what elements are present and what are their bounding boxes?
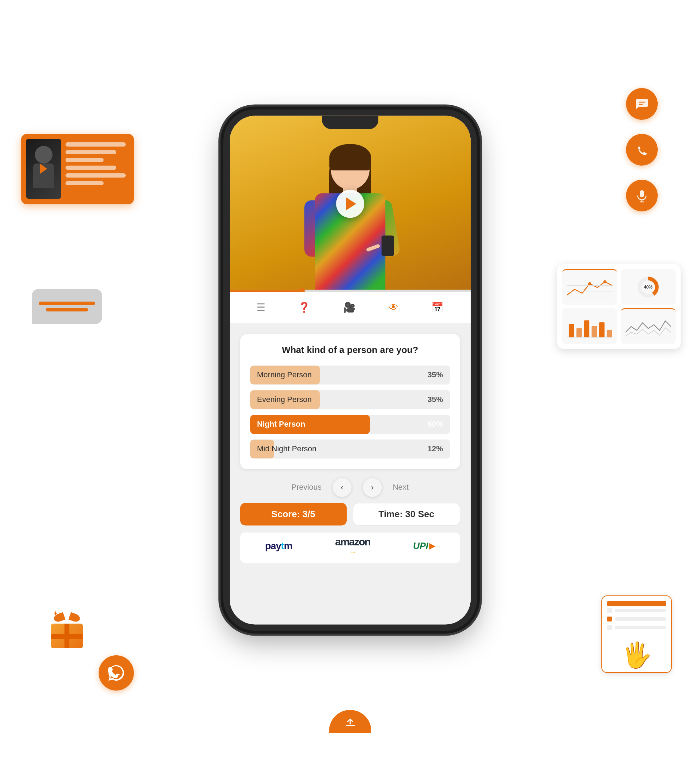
svg-rect-14 <box>584 320 589 337</box>
line-chart-cell <box>562 269 617 305</box>
vote-checkbox-3 <box>607 625 612 630</box>
play-triangle-icon <box>346 197 356 210</box>
vote-checkbox-1 <box>607 608 612 613</box>
poll-label-night: Night Person <box>250 420 428 429</box>
analytics-card: 40% <box>557 264 681 349</box>
side-icons-right <box>626 88 658 211</box>
vote-hand-icon: 🖐 <box>607 642 666 667</box>
poll-pct-evening: 35% <box>427 395 450 404</box>
poll-question: What kind of a person are you? <box>250 345 450 355</box>
bar-chart-svg <box>565 311 614 341</box>
whatsapp-icon[interactable] <box>98 655 134 691</box>
chat-bubble-icon-right[interactable] <box>626 88 658 120</box>
video-progress-fill <box>230 290 302 292</box>
poll-option-night[interactable]: Night Person 60% <box>250 415 450 434</box>
vote-line-1 <box>607 608 666 613</box>
svg-point-5 <box>588 282 592 285</box>
next-label: Next <box>393 483 409 492</box>
vote-line-3 <box>607 625 666 630</box>
video-progress-bar[interactable] <box>230 290 471 292</box>
upload-svg <box>343 714 358 729</box>
upload-icon-bottom[interactable] <box>329 710 371 733</box>
gift-box-inner: ✦ <box>51 613 83 648</box>
microphone-icon[interactable] <box>626 180 658 211</box>
vote-header <box>607 601 666 606</box>
progress-dot <box>299 288 305 292</box>
video-line-5 <box>66 173 126 178</box>
svg-point-6 <box>603 280 607 284</box>
line-chart-svg <box>565 273 614 302</box>
wave-chart-cell <box>621 308 676 344</box>
gift-box: ✦ <box>46 613 88 655</box>
poll-option-evening[interactable]: Evening Person 35% <box>250 390 450 409</box>
svg-rect-12 <box>569 324 574 338</box>
gift-sparkle: ✦ <box>53 609 58 617</box>
previous-button[interactable]: ‹ <box>332 477 352 497</box>
notch-area <box>230 116 471 133</box>
amazon-logo: amazon → <box>335 536 370 556</box>
video-card-lines <box>66 139 129 199</box>
tab-eye-icon[interactable]: 👁 <box>386 299 401 316</box>
vote-text-3 <box>615 626 666 629</box>
vote-text-2 <box>615 617 666 621</box>
bubble-line-2 <box>46 308 88 311</box>
video-line-2 <box>66 150 116 154</box>
poll-label-midnight: Mid Night Person <box>250 444 428 453</box>
video-line-3 <box>66 158 103 162</box>
video-area[interactable] <box>230 116 471 292</box>
left-video-card[interactable] <box>21 134 134 204</box>
phone-call-icon[interactable] <box>626 134 658 166</box>
poll-option-midnight[interactable]: Mid Night Person 12% <box>250 439 450 458</box>
next-button[interactable]: › <box>362 477 382 497</box>
paytm-logo: paytm <box>265 541 292 552</box>
whatsapp-svg <box>107 663 126 683</box>
tab-calendar-icon[interactable]: 📅 <box>428 299 446 316</box>
donut-chart-cell: 40% <box>621 269 676 305</box>
score-button[interactable]: Score: 3/5 <box>240 503 347 525</box>
vote-card: 🖐 <box>602 595 672 673</box>
scene: ☰ ❓ 🎥 👁 📅 What kind of a person are you?… <box>0 0 700 761</box>
donut-container: 40% <box>623 272 673 302</box>
bar-chart-cell <box>562 308 617 344</box>
content-area: What kind of a person are you? Morning P… <box>230 323 471 624</box>
svg-rect-13 <box>577 328 582 338</box>
svg-rect-15 <box>592 326 597 338</box>
poll-label-evening: Evening Person <box>250 395 428 404</box>
phone-screen: ☰ ❓ 🎥 👁 📅 What kind of a person are you?… <box>230 116 471 624</box>
poll-label-morning: Morning Person <box>250 370 428 380</box>
previous-label: Previous <box>291 483 322 492</box>
play-button[interactable] <box>336 189 364 218</box>
upi-logo: UPI ▶ <box>413 541 435 552</box>
bubble-line-1 <box>39 302 95 305</box>
tab-camera-icon[interactable]: 🎥 <box>340 299 358 316</box>
vote-header-bar <box>607 601 666 606</box>
svg-rect-2 <box>640 190 644 197</box>
held-phone <box>381 235 394 256</box>
payment-logos-row: paytm amazon → UPI ▶ <box>240 532 460 563</box>
poll-pct-morning: 35% <box>427 370 450 380</box>
poll-pct-night: 60% <box>427 420 450 429</box>
notch <box>322 116 378 129</box>
vote-card-content <box>607 601 666 640</box>
hair-front <box>330 144 371 170</box>
vote-checkbox-2 <box>607 617 612 622</box>
donut-label: 40% <box>644 285 653 290</box>
chat-bubble-left <box>32 289 102 324</box>
nav-row: Previous ‹ › Next <box>240 469 460 503</box>
svg-rect-16 <box>599 322 605 338</box>
time-button[interactable]: Time: 30 Sec <box>353 503 460 525</box>
tab-chat-icon[interactable]: ❓ <box>295 299 313 316</box>
video-line-6 <box>66 181 103 185</box>
video-thumbnail <box>26 139 61 199</box>
poll-options-list: Morning Person 35% Evening Person 35% <box>250 366 450 458</box>
tab-menu-icon[interactable]: ☰ <box>254 299 268 316</box>
gift-bow-right <box>68 613 81 623</box>
vote-text-1 <box>615 609 666 613</box>
poll-option-morning[interactable]: Morning Person 35% <box>250 366 450 384</box>
wave-svg <box>623 312 673 341</box>
score-row: Score: 3/5 Time: 30 Sec <box>240 503 460 525</box>
gift-ribbon-v <box>64 623 69 648</box>
svg-rect-17 <box>607 330 612 338</box>
tab-bar: ☰ ❓ 🎥 👁 📅 <box>230 292 471 323</box>
donut-svg: 40% <box>636 275 661 300</box>
